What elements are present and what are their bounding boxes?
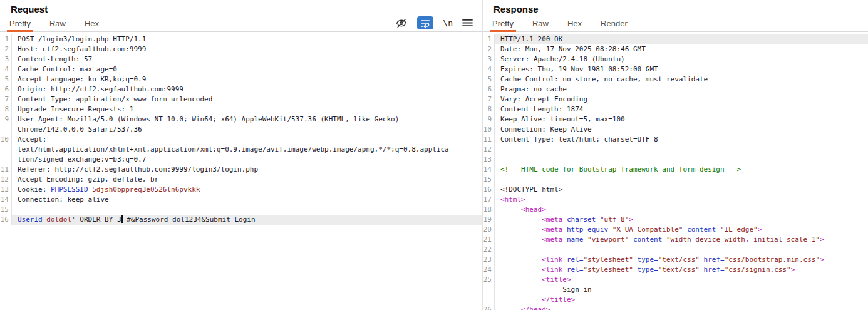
line-text: tion/signed-exchange;v=b3;q=0.7 — [12, 155, 482, 165]
line-text: Sign in — [495, 285, 868, 295]
line-number: 3 — [483, 54, 495, 65]
line-number — [0, 145, 12, 155]
tab-pretty[interactable]: Pretty — [491, 16, 515, 31]
http-message-viewer: Request PrettyRawHex — [0, 0, 868, 310]
line-text: Cache-Control: max-age=0 — [12, 65, 482, 75]
line-number: 8 — [483, 105, 495, 115]
code-line: text/html,application/xhtml+xml,applicat… — [0, 145, 482, 155]
line-text: text/html,application/xhtml+xml,applicat… — [12, 145, 482, 155]
line-number: 17 — [483, 195, 495, 205]
line-number: 23 — [483, 255, 495, 265]
response-viewer[interactable]: 1HTTP/1.1 200 OK2Date: Mon, 17 Nov 2025 … — [483, 32, 868, 310]
line-text: Vary: Accept-Encoding — [495, 95, 868, 105]
tab-pretty[interactable]: Pretty — [8, 16, 32, 31]
line-text: Date: Mon, 17 Nov 2025 08:28:46 GMT — [495, 44, 868, 54]
code-line: 25 <title> — [483, 275, 868, 285]
code-line: 16<!DOCTYPE html> — [483, 185, 868, 195]
code-line: 15 — [0, 205, 482, 215]
line-text: <!-- HTML code for Bootstrap framework a… — [495, 165, 868, 175]
request-toolbar: \n — [395, 16, 482, 31]
request-editor[interactable]: 1POST /login3/login.php HTTP/1.12Host: c… — [0, 32, 482, 310]
tab-hex[interactable]: Hex — [83, 16, 100, 31]
line-number: 16 — [0, 215, 12, 225]
code-line: 7Vary: Accept-Encoding — [483, 95, 868, 105]
code-line: 1HTTP/1.1 200 OK — [483, 34, 868, 44]
code-line: 12Accept-Encoding: gzip, deflate, br — [0, 175, 482, 185]
line-text: Content-Length: 57 — [12, 54, 482, 65]
code-line: 7Content-Type: application/x-www-form-ur… — [0, 95, 482, 105]
code-line: 3Server: Apache/2.4.18 (Ubuntu) — [483, 54, 868, 65]
code-line: 9Keep-Alive: timeout=5, max=100 — [483, 115, 868, 125]
tab-hex[interactable]: Hex — [566, 16, 583, 31]
request-panel-title: Request — [11, 4, 482, 16]
line-number: 26 — [483, 305, 495, 310]
code-line: 8Content-Length: 1874 — [483, 105, 868, 115]
code-line: 6Pragma: no-cache — [483, 85, 868, 95]
line-text: HTTP/1.1 200 OK — [495, 34, 868, 44]
line-number: 11 — [0, 165, 12, 175]
tab-raw[interactable]: Raw — [48, 16, 67, 31]
line-text — [495, 145, 868, 155]
code-line: 13Cookie: PHPSESSID=5djsh0bppreq3e0526ln… — [0, 185, 482, 195]
line-number: 13 — [483, 155, 495, 165]
line-text: <meta http-equiv="X-UA-Compatible" conte… — [495, 225, 868, 235]
line-text: <link rel="stylesheet" type="text/css" h… — [495, 255, 868, 265]
line-text: Keep-Alive: timeout=5, max=100 — [495, 115, 868, 125]
line-text: Upgrade-Insecure-Requests: 1 — [12, 105, 482, 115]
line-number: 14 — [483, 165, 495, 175]
line-text: </title> — [495, 295, 868, 305]
code-line: 1POST /login3/login.php HTTP/1.1 — [0, 34, 482, 44]
newline-toggle[interactable]: \n — [443, 18, 453, 28]
line-text: </head> — [495, 305, 868, 310]
code-line: 2Host: ctf2.segfaulthub.com:9999 — [0, 44, 482, 54]
code-line: 24 <link rel="stylesheet" type="text/css… — [483, 265, 868, 275]
line-text: <head> — [495, 205, 868, 215]
line-number: 22 — [483, 245, 495, 255]
code-line: 12 — [483, 145, 868, 155]
line-text: Chrome/142.0.0.0 Safari/537.36 — [12, 125, 482, 135]
line-number: 5 — [0, 75, 12, 85]
code-line: 20 <meta http-equiv="X-UA-Compatible" co… — [483, 225, 868, 235]
code-line: 9User-Agent: Mozilla/5.0 (Windows NT 10.… — [0, 115, 482, 125]
line-number: 9 — [483, 115, 495, 125]
line-text: Connection: keep-alive — [12, 195, 482, 205]
response-tabbar: PrettyRawHexRender — [483, 16, 868, 32]
line-number: 2 — [483, 44, 495, 54]
line-number: 6 — [0, 85, 12, 95]
line-text: Content-Length: 1874 — [495, 105, 868, 115]
line-number: 20 — [483, 225, 495, 235]
code-line: 11Content-Type: text/html; charset=UTF-8 — [483, 135, 868, 145]
code-line: </title> — [483, 295, 868, 305]
line-number: 3 — [0, 54, 12, 65]
line-number — [483, 295, 495, 305]
line-text: Cookie: PHPSESSID=5djsh0bppreq3e0526ln6p… — [12, 185, 482, 195]
line-text: <meta charset="utf-8"> — [495, 215, 868, 225]
line-number: 21 — [483, 235, 495, 245]
tab-raw[interactable]: Raw — [531, 16, 550, 31]
line-number: 7 — [483, 95, 495, 105]
line-text: <html> — [495, 195, 868, 205]
eye-hidden-icon[interactable] — [395, 17, 408, 29]
line-number: 24 — [483, 265, 495, 275]
line-number: 14 — [0, 195, 12, 205]
code-line: 6Origin: http://ctf2.segfaulthub.com:999… — [0, 85, 482, 95]
line-number: 19 — [483, 215, 495, 225]
line-text: UserId=doldol' ORDER BY 3 #&Password=dol… — [12, 215, 482, 225]
code-line: 17<html> — [483, 195, 868, 205]
line-text — [495, 245, 868, 255]
tab-render[interactable]: Render — [599, 16, 629, 31]
code-line: 8Upgrade-Insecure-Requests: 1 — [0, 105, 482, 115]
menu-icon[interactable] — [462, 18, 473, 28]
code-line: 10Accept: — [0, 135, 482, 145]
code-line: 5Accept-Language: ko-KR,ko;q=0.9 — [0, 75, 482, 85]
line-number — [483, 285, 495, 295]
line-text: <link rel="stylesheet" type="text/css" h… — [495, 265, 868, 275]
line-number: 8 — [0, 105, 12, 115]
line-text: Accept: — [12, 135, 482, 145]
word-wrap-toggle[interactable] — [417, 16, 433, 29]
line-number: 15 — [0, 205, 12, 215]
code-line: 10Connection: Keep-Alive — [483, 125, 868, 135]
response-tabs: PrettyRawHexRender — [483, 16, 629, 31]
code-line: 22 — [483, 245, 868, 255]
line-number — [0, 125, 12, 135]
